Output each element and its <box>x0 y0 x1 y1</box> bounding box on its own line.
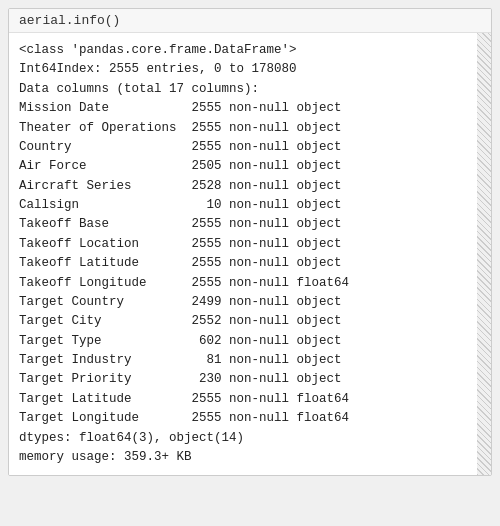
output-line: memory usage: 359.3+ KB <box>19 448 481 467</box>
scrollbar-decoration <box>477 33 491 475</box>
cell-header: aerial.info() <box>9 9 491 33</box>
output-line: Target City 2552 non-null object <box>19 312 481 331</box>
output-line: Callsign 10 non-null object <box>19 196 481 215</box>
output-line: dtypes: float64(3), object(14) <box>19 429 481 448</box>
output-lines-container: <class 'pandas.core.frame.DataFrame'>Int… <box>19 41 481 467</box>
output-line: <class 'pandas.core.frame.DataFrame'> <box>19 41 481 60</box>
output-line: Mission Date 2555 non-null object <box>19 99 481 118</box>
output-line: Air Force 2505 non-null object <box>19 157 481 176</box>
output-line: Takeoff Location 2555 non-null object <box>19 235 481 254</box>
output-line: Data columns (total 17 columns): <box>19 80 481 99</box>
output-line: Takeoff Base 2555 non-null object <box>19 215 481 234</box>
output-line: Takeoff Latitude 2555 non-null object <box>19 254 481 273</box>
notebook-cell: aerial.info() <class 'pandas.core.frame.… <box>8 8 492 476</box>
output-line: Int64Index: 2555 entries, 0 to 178080 <box>19 60 481 79</box>
cell-header-label: aerial.info() <box>19 13 120 28</box>
output-line: Country 2555 non-null object <box>19 138 481 157</box>
output-line: Theater of Operations 2555 non-null obje… <box>19 119 481 138</box>
output-line: Takeoff Longitude 2555 non-null float64 <box>19 274 481 293</box>
cell-output[interactable]: <class 'pandas.core.frame.DataFrame'>Int… <box>9 33 491 475</box>
output-line: Aircraft Series 2528 non-null object <box>19 177 481 196</box>
output-line: Target Country 2499 non-null object <box>19 293 481 312</box>
output-line: Target Industry 81 non-null object <box>19 351 481 370</box>
output-line: Target Latitude 2555 non-null float64 <box>19 390 481 409</box>
output-line: Target Priority 230 non-null object <box>19 370 481 389</box>
output-line: Target Type 602 non-null object <box>19 332 481 351</box>
output-line: Target Longitude 2555 non-null float64 <box>19 409 481 428</box>
